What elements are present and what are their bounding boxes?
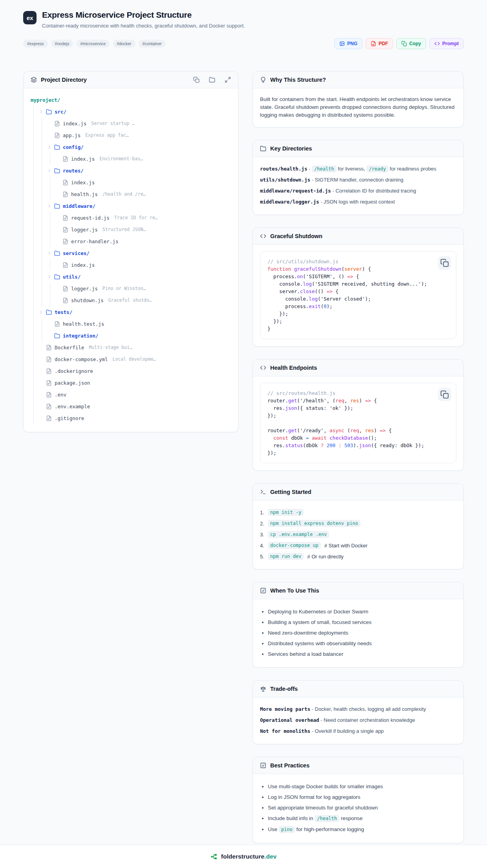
tree-file-row: logger.jsPino or Winston…: [55, 283, 231, 294]
file-icon: [46, 392, 52, 398]
prompt-button[interactable]: Prompt: [429, 38, 464, 49]
code-token: ): [359, 398, 365, 404]
file-icon: [46, 345, 52, 351]
folder-icon: [54, 203, 60, 209]
tree-item-comment: Multi-stage bui…: [89, 345, 132, 350]
copy-code-button[interactable]: [438, 256, 451, 270]
step-command: docker-compose up: [268, 542, 321, 549]
collapse-folders-button[interactable]: [209, 77, 215, 83]
tree-folder-row[interactable]: integration/: [47, 330, 231, 341]
code-token: =>: [365, 398, 371, 404]
code-token: server: [344, 266, 362, 272]
code-token: router.: [267, 398, 288, 404]
tree-item-name: utils/: [63, 274, 81, 280]
info-cards-column: Why This Structure?Built for containers …: [253, 71, 464, 843]
folder-icon: [46, 309, 52, 315]
main-columns: Project Directory myproject: [23, 71, 464, 843]
card-header: When To Use This: [253, 582, 463, 599]
definition-row: Not for monoliths - Overkill if building…: [260, 726, 456, 737]
tree-folder-row[interactable]: src/: [39, 106, 231, 117]
tree-file-row: error-handler.js: [55, 235, 231, 247]
copy-code-button[interactable]: [438, 388, 451, 401]
tree-file-row: .env.example: [39, 400, 231, 412]
brand-tld: .dev: [264, 853, 276, 860]
step-number: 1.: [260, 510, 264, 516]
tree-file-row: index.js: [55, 259, 231, 271]
card-health-endpoints: Health Endpoints// src/routes/health.js …: [253, 359, 464, 471]
code-token: checkDatabase: [330, 435, 368, 441]
card-title: Health Endpoints: [270, 365, 317, 371]
code-token: ((): [315, 288, 326, 294]
pdf-button[interactable]: PDF: [366, 38, 393, 49]
code-icon: [434, 41, 440, 46]
code-token: process.: [267, 303, 309, 309]
tree-folder-row[interactable]: middleware/: [47, 200, 231, 212]
tree-file-row: health.js/health and /re…: [55, 188, 231, 200]
bullet-item: Building a system of small, focused serv…: [268, 617, 456, 628]
separator: -: [319, 199, 324, 205]
tree-item-name: logger.js: [71, 227, 98, 233]
bullet-item: Use multi-stage Docker builds for smalle…: [268, 781, 456, 792]
folder-icon: [209, 77, 215, 83]
layers-icon: [31, 77, 37, 83]
fullscreen-button[interactable]: [225, 77, 231, 83]
image-icon: [339, 41, 345, 46]
code-icon: [260, 365, 266, 371]
page: ex Express Microservice Project Structur…: [0, 0, 487, 868]
definition-row: utils/shutdown.js - SIGTERM handler, con…: [260, 174, 456, 185]
code-token: console.: [267, 281, 303, 287]
tree-folder-row[interactable]: config/: [47, 141, 231, 153]
inline-code-chip: /ready: [366, 165, 388, 172]
copy-tree-button[interactable]: [193, 77, 200, 83]
card-body: Built for containers from the start. Hea…: [253, 88, 463, 127]
nodes-icon: [211, 853, 218, 860]
code-token: (dbOk: [303, 442, 320, 448]
definition-term: More moving parts: [260, 706, 310, 712]
code-token: ('/ready',: [297, 428, 330, 433]
code-token: 200: [327, 442, 336, 448]
tree-item-name: index.js: [71, 156, 95, 162]
tag-list: #express#nodejs#microservice#docker#cont…: [23, 40, 166, 48]
bullet-item: Need zero-downtime deployments: [268, 628, 456, 638]
header-text: Express Microservice Project Structure C…: [42, 10, 245, 29]
card-key-directories: Key Directoriesroutes/health.js - /healt…: [253, 140, 464, 215]
terminal-icon: [260, 489, 266, 495]
tree-folder-row[interactable]: services/: [47, 247, 231, 259]
card-header: Why This Structure?: [253, 72, 463, 88]
separator: -: [310, 706, 315, 712]
tree-folder-row[interactable]: utils/: [47, 271, 231, 283]
code-token: ('SIGTERM', (): [303, 273, 347, 279]
tree-item-comment: Trace ID for re…: [114, 215, 158, 220]
code-token: // src/routes/health.js: [267, 390, 335, 396]
code-token: 0: [324, 303, 327, 309]
file-icon: [62, 297, 68, 303]
png-button[interactable]: PNG: [334, 38, 363, 49]
tree-item-comment: Pino or Winston…: [103, 286, 146, 291]
folder-icon: [260, 145, 266, 152]
tree-folder-row[interactable]: routes/: [47, 165, 231, 176]
tree-folder-row[interactable]: tests/: [39, 306, 231, 318]
step-number: 5.: [260, 554, 264, 560]
tree-item-comment: Express app fac…: [85, 132, 129, 138]
tree-item-name: middleware/: [63, 203, 95, 209]
tree-item-name: .gitignore: [55, 415, 84, 421]
code-token: server.: [267, 288, 300, 294]
checkbox-icon: [260, 587, 266, 594]
bullet-item: Set appropriate timeouts for graceful sh…: [268, 802, 456, 813]
tree-item-name: health.test.js: [63, 321, 104, 327]
code-token: ({ status: 'ok' });: [297, 405, 353, 411]
code-token: }: [267, 326, 271, 332]
page-subtitle: Container-ready microservice with health…: [42, 23, 245, 29]
tree-children: src/index.jsServer startup …app.jsExpres…: [33, 106, 231, 424]
code-token: on: [297, 273, 303, 279]
chevron-right-icon: [47, 204, 54, 208]
bullet-item: Include build info in /health response: [268, 813, 456, 824]
code-token: [324, 442, 327, 448]
tree-item-comment: Server startup …: [91, 121, 135, 126]
definition-term: middleware/request-id.js: [260, 188, 331, 194]
card-graceful-shutdown: Graceful Shutdown// src/utils/shutdown.j…: [253, 228, 464, 347]
tree-item-name: .dockerignore: [55, 368, 93, 374]
file-icon: [54, 321, 60, 327]
bullet-item: Log in JSON format for log aggregators: [268, 792, 456, 802]
copy-button[interactable]: Copy: [396, 38, 426, 49]
